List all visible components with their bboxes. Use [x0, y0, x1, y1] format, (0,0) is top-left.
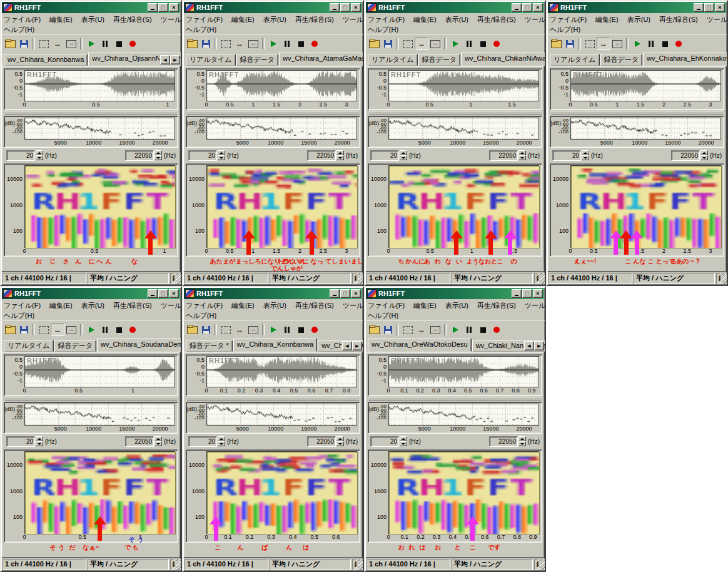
- spectrum-plot[interactable]: [388, 118, 539, 140]
- close-button[interactable]: ×: [351, 289, 361, 298]
- menu-item[interactable]: 表示(U): [263, 300, 286, 310]
- close-button[interactable]: ×: [533, 289, 543, 298]
- tab[interactable]: リアルタイム: [4, 340, 54, 352]
- spin-up-button[interactable]: [400, 436, 407, 441]
- menu-item[interactable]: ファイル(F): [368, 300, 405, 310]
- select-button[interactable]: [37, 38, 51, 50]
- tab-scroll-right-button[interactable]: ▶: [170, 55, 180, 64]
- tab[interactable]: 録音データ: [236, 54, 279, 66]
- resize-grip[interactable]: [176, 273, 182, 284]
- tab-scroll-left-button[interactable]: ◀: [342, 341, 352, 350]
- maximize-button[interactable]: □: [522, 3, 532, 12]
- spectrum-plot[interactable]: [24, 118, 175, 140]
- record-button[interactable]: [490, 38, 503, 50]
- minimize-button[interactable]: [512, 3, 522, 12]
- fit-button[interactable]: ↔: [246, 38, 260, 50]
- close-button[interactable]: ×: [533, 3, 543, 12]
- maximize-button[interactable]: □: [704, 3, 714, 12]
- spin-down-button[interactable]: [218, 441, 225, 446]
- minimize-button[interactable]: [148, 289, 158, 298]
- open-button[interactable]: [367, 324, 381, 336]
- tab[interactable]: wv_Chihara_OreWaOtokoDesu: [368, 339, 472, 352]
- open-button[interactable]: [367, 38, 381, 50]
- spin-down-button[interactable]: [36, 155, 43, 160]
- menu-item[interactable]: ファイル(F): [186, 300, 223, 310]
- stop-button[interactable]: [476, 38, 490, 50]
- tab[interactable]: wv_Chihara_AtamaGaMasshiroNi: [279, 53, 363, 66]
- menu-item[interactable]: ファイル(F): [4, 14, 41, 24]
- spin-up-button[interactable]: [36, 436, 43, 441]
- waveform-plot[interactable]: RH1FFT: [388, 356, 539, 387]
- select-button[interactable]: [219, 38, 233, 50]
- open-button[interactable]: [3, 38, 17, 50]
- menu-item[interactable]: 表示(U): [445, 14, 468, 24]
- tab[interactable]: 録音データ: [418, 54, 461, 66]
- menu-item[interactable]: 編集(E): [413, 300, 437, 310]
- maximize-button[interactable]: □: [340, 289, 350, 298]
- title-bar[interactable]: RH1FFT □ ×: [366, 288, 544, 299]
- spectrum-canvas[interactable]: [571, 118, 720, 139]
- select-button[interactable]: [401, 38, 415, 50]
- pause-button[interactable]: [280, 324, 294, 336]
- close-button[interactable]: ×: [169, 3, 179, 12]
- save-button[interactable]: [199, 38, 213, 50]
- record-button[interactable]: [308, 324, 321, 336]
- spin-up-button[interactable]: [218, 150, 225, 155]
- title-bar[interactable]: RH1FFT □ ×: [2, 2, 180, 13]
- minimize-button[interactable]: [148, 3, 158, 12]
- spin-up-button[interactable]: [700, 150, 708, 155]
- waveform-plot[interactable]: RH1FFT: [570, 70, 721, 101]
- menu-item[interactable]: 編集(E): [49, 14, 73, 24]
- freq-low-input[interactable]: [188, 436, 217, 447]
- play-button[interactable]: [630, 38, 644, 50]
- spectrum-plot[interactable]: [206, 404, 357, 426]
- menu-item[interactable]: 編集(E): [49, 300, 73, 310]
- menu-item[interactable]: ファイル(F): [550, 14, 587, 24]
- menu-item[interactable]: 再生/録音(S): [113, 300, 152, 310]
- spin-down-button[interactable]: [336, 155, 344, 160]
- tab-scroll-left-button[interactable]: ◀: [524, 341, 534, 350]
- splitter[interactable]: [5, 397, 177, 401]
- tab[interactable]: wv_Chihara_Konnbanwa: [4, 54, 88, 66]
- menu-item[interactable]: 表示(U): [445, 300, 468, 310]
- title-bar[interactable]: RH1FFT □ ×: [2, 288, 180, 299]
- play-button[interactable]: [448, 38, 462, 50]
- spectrum-plot[interactable]: [570, 118, 721, 140]
- menu-item[interactable]: 編集(E): [595, 14, 619, 24]
- spin-up-button[interactable]: [518, 436, 526, 441]
- spectrogram-plot[interactable]: [206, 451, 357, 534]
- menu-item[interactable]: 再生/録音(S): [295, 300, 334, 310]
- spectrum-canvas[interactable]: [389, 404, 538, 425]
- resize-grip[interactable]: [358, 559, 364, 570]
- spin-down-button[interactable]: [400, 155, 407, 160]
- fit-button[interactable]: ↔: [610, 38, 624, 50]
- waveform-plot[interactable]: RH1FFT: [24, 356, 175, 387]
- splitter[interactable]: [369, 111, 541, 115]
- spin-down-button[interactable]: [518, 441, 526, 446]
- open-button[interactable]: [185, 38, 199, 50]
- minimize-button[interactable]: [330, 3, 340, 12]
- menu-item[interactable]: 編集(E): [231, 14, 255, 24]
- spin-down-button[interactable]: [518, 155, 526, 160]
- splitter[interactable]: [5, 111, 177, 115]
- spectrum-canvas[interactable]: [25, 118, 174, 139]
- tab[interactable]: リアルタイム: [368, 54, 418, 66]
- freq-high-input[interactable]: [307, 436, 336, 447]
- open-button[interactable]: [3, 324, 17, 336]
- save-button[interactable]: [381, 324, 395, 336]
- menu-item[interactable]: ファイル(F): [368, 14, 405, 24]
- open-button[interactable]: [549, 38, 563, 50]
- stop-button[interactable]: [658, 38, 672, 50]
- select-button[interactable]: [583, 38, 597, 50]
- menu-item[interactable]: 再生/録音(S): [477, 300, 516, 310]
- spin-up-button[interactable]: [518, 150, 526, 155]
- spin-up-button[interactable]: [400, 150, 407, 155]
- spin-up-button[interactable]: [582, 150, 589, 155]
- tab[interactable]: リアルタイム: [186, 54, 236, 66]
- spin-down-button[interactable]: [582, 155, 589, 160]
- splitter[interactable]: [187, 397, 359, 401]
- freq-low-input[interactable]: [370, 436, 399, 447]
- minimize-button[interactable]: [694, 3, 704, 12]
- pause-button[interactable]: [462, 324, 476, 336]
- fit-button[interactable]: ↔: [64, 324, 78, 336]
